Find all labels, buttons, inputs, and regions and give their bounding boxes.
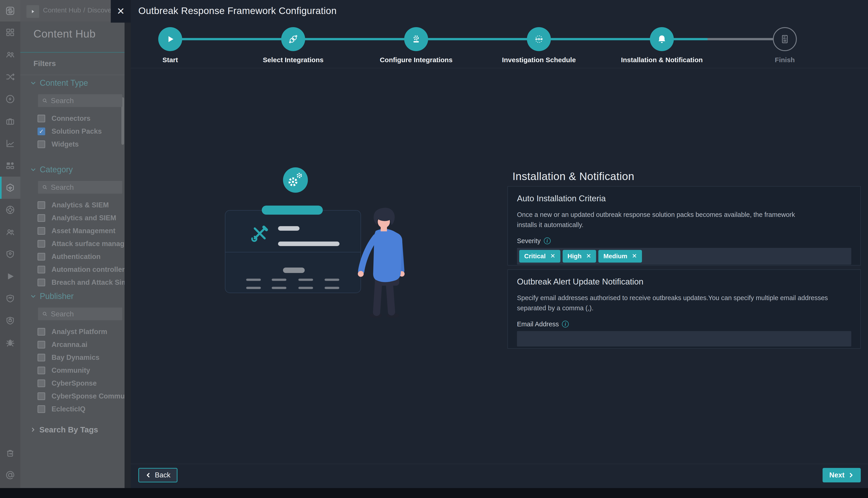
severity-tag-label: High	[567, 253, 582, 260]
auto-installation-panel: Auto Installation Criteria Once a new or…	[507, 186, 861, 265]
filter-checkbox-item[interactable]: ✓ EclecticIQ	[21, 403, 124, 416]
filter-checkbox-item[interactable]: ✓ CyberSponse Community	[21, 390, 124, 403]
step-select-integrations[interactable]	[281, 27, 305, 51]
filter-section-category: Category ✓ Analytics & SIEM ✓ Analytics …	[21, 165, 124, 289]
checkbox[interactable]: ✓	[38, 392, 45, 400]
search-by-tags-toggle[interactable]: Search By Tags	[30, 425, 98, 434]
panel-description: Once a new or an updated outbreak respon…	[517, 210, 811, 230]
checkbox[interactable]: ✓	[38, 367, 45, 374]
checkbox[interactable]: ✓	[38, 240, 45, 248]
checkbox[interactable]: ✓	[38, 341, 45, 349]
chevron-down-icon	[30, 167, 36, 173]
search-input[interactable]	[51, 96, 118, 105]
checkbox[interactable]: ✓	[38, 214, 45, 222]
filter-checkbox-item[interactable]: ✓ Widgets	[21, 138, 124, 150]
checkbox[interactable]: ✓	[38, 115, 45, 122]
step-investigation-schedule[interactable]	[527, 27, 551, 51]
checkbox[interactable]: ✓	[38, 380, 45, 387]
email-address-field[interactable]	[517, 331, 851, 346]
checkbox[interactable]: ✓	[38, 141, 45, 148]
info-icon[interactable]: i	[544, 237, 551, 244]
playbooks-icon[interactable]	[0, 265, 21, 287]
checkbox-label: Widgets	[52, 140, 79, 148]
search-input[interactable]	[51, 183, 118, 192]
shuffle-icon[interactable]	[0, 66, 21, 88]
filter-checkbox-item[interactable]: ✓ Automation controller	[21, 263, 124, 276]
people-icon[interactable]	[0, 221, 21, 243]
filter-checkbox-item[interactable]: ✓ Analytics & SIEM	[21, 199, 124, 211]
shield-case-icon[interactable]	[0, 310, 21, 332]
page-title: Content Hub	[34, 28, 96, 40]
filter-checkbox-item[interactable]: ✓ Analytics and SIEM	[21, 211, 124, 224]
remove-tag-icon[interactable]: ✕	[586, 253, 591, 259]
filter-checkbox-item[interactable]: ✓ CyberSponse	[21, 377, 124, 390]
step-installation-notification[interactable]	[650, 27, 674, 51]
gear-tray-icon	[410, 33, 422, 45]
bug-icon[interactable]	[0, 332, 21, 354]
info-icon[interactable]: i	[562, 321, 569, 327]
app-root: Content Hub/Discover Content Hub Filters…	[0, 0, 868, 498]
breadcrumb-part[interactable]: Discover	[88, 6, 114, 14]
grid-line	[298, 287, 313, 289]
filter-search[interactable]	[38, 181, 122, 194]
users-icon[interactable]	[0, 44, 21, 66]
filter-checkbox-item[interactable]: ✓ Asset Management	[21, 224, 124, 237]
shield-monitor-icon[interactable]	[0, 287, 21, 310]
filter-checkbox-item[interactable]: ✓ Arcanna.ai	[21, 338, 124, 351]
grid-line	[272, 279, 286, 281]
section-header[interactable]: Category	[21, 165, 124, 174]
breadcrumb-part[interactable]: Content Hub	[43, 6, 81, 14]
email-address-label: Email Address	[517, 320, 559, 328]
breadcrumb[interactable]: Content Hub/Discover	[43, 6, 116, 14]
severity-tag-input[interactable]: Critical ✕ High ✕ Medium ✕	[517, 248, 851, 265]
checkbox[interactable]: ✓	[38, 227, 45, 235]
widgets-icon[interactable]	[0, 155, 21, 176]
remove-tag-icon[interactable]: ✕	[632, 253, 637, 259]
briefcase-icon[interactable]	[0, 110, 21, 132]
filter-checkbox-item[interactable]: ✓ Solution Packs	[21, 125, 124, 138]
dashboard-icon[interactable]	[0, 22, 21, 44]
help-hub-icon[interactable]	[0, 199, 21, 221]
grid-line	[324, 287, 339, 289]
mentions-icon[interactable]	[0, 464, 21, 486]
reports-icon[interactable]	[0, 132, 21, 155]
checkbox[interactable]: ✓	[38, 128, 45, 135]
checkbox[interactable]: ✓	[38, 266, 45, 273]
filter-checkbox-item[interactable]: ✓ Community	[21, 364, 124, 377]
filter-checkbox-item[interactable]: ✓ Connectors	[21, 112, 124, 125]
recycle-bin-icon[interactable]	[0, 442, 21, 464]
step-label: Select Integrations	[243, 56, 343, 64]
content-hub-icon[interactable]	[0, 176, 21, 199]
search-input[interactable]	[51, 310, 118, 318]
step-start[interactable]	[158, 27, 182, 51]
checkbox[interactable]: ✓	[38, 328, 45, 336]
filter-search[interactable]	[38, 307, 122, 320]
close-icon[interactable]: ✕	[117, 6, 124, 16]
filter-checkbox-item[interactable]: ✓ Authentication	[21, 250, 124, 263]
close-button[interactable]: ✕	[111, 0, 131, 23]
filter-checkbox-item[interactable]: ✓ Bay Dynamics	[21, 351, 124, 364]
section-header[interactable]: Publisher	[21, 291, 124, 301]
checkbox-label: Solution Packs	[52, 127, 102, 135]
content-hub-panel: Content Hub/Discover Content Hub Filters…	[21, 0, 124, 488]
summary-icon	[779, 33, 791, 45]
filter-checkbox-item[interactable]: ✓ Analyst Platform	[21, 325, 124, 338]
next-button[interactable]: Next	[823, 468, 861, 482]
filter-search[interactable]	[38, 94, 122, 107]
checkbox[interactable]: ✓	[38, 354, 45, 362]
back-button[interactable]: Back	[138, 468, 177, 482]
filter-checkbox-item[interactable]: ✓ Breach and Attack Simulation	[21, 276, 124, 289]
checkbox[interactable]: ✓	[38, 253, 45, 261]
automation-icon[interactable]	[0, 88, 21, 110]
checkbox[interactable]: ✓	[38, 405, 45, 413]
step-configure-integrations[interactable]	[404, 27, 428, 51]
filter-checkbox-item[interactable]: ✓ Attack surface management	[21, 237, 124, 250]
app-logo-icon[interactable]	[0, 0, 21, 22]
tools-icon	[250, 223, 270, 244]
checkbox[interactable]: ✓	[38, 279, 45, 286]
remove-tag-icon[interactable]: ✕	[550, 253, 556, 259]
sidebar-expand-button[interactable]	[26, 5, 39, 18]
section-header[interactable]: Content Type	[21, 78, 124, 88]
shield-gear-icon[interactable]	[0, 243, 21, 265]
checkbox[interactable]: ✓	[38, 201, 45, 209]
